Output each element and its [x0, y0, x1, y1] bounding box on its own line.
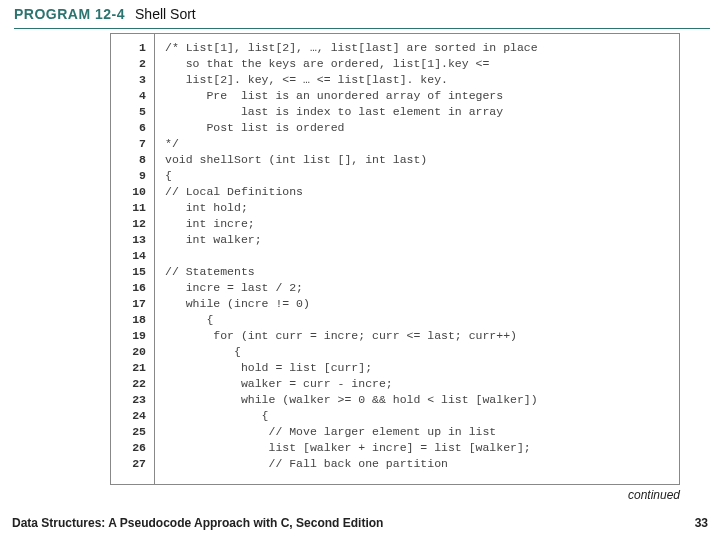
code-line: walker = curr - incre;	[165, 376, 669, 392]
code-line: // Move larger element up in list	[165, 424, 669, 440]
code-line: for (int curr = incre; curr <= last; cur…	[165, 328, 669, 344]
code-line: int walker;	[165, 232, 669, 248]
line-number: 3	[115, 72, 146, 88]
page-footer: Data Structures: A Pseudocode Approach w…	[12, 516, 708, 530]
line-number: 22	[115, 376, 146, 392]
line-number: 17	[115, 296, 146, 312]
line-number: 10	[115, 184, 146, 200]
code-line: // Statements	[165, 264, 669, 280]
line-number: 15	[115, 264, 146, 280]
line-number: 9	[115, 168, 146, 184]
code-line: list [walker + incre] = list [walker];	[165, 440, 669, 456]
code-line: // Fall back one partition	[165, 456, 669, 472]
code-line: {	[165, 312, 669, 328]
code-line: */	[165, 136, 669, 152]
code-line: list[2]. key, <= … <= list[last]. key.	[165, 72, 669, 88]
header-rule	[14, 28, 710, 29]
code-line: incre = last / 2;	[165, 280, 669, 296]
code-line: hold = list [curr];	[165, 360, 669, 376]
code-line: int incre;	[165, 216, 669, 232]
line-number: 25	[115, 424, 146, 440]
line-number: 23	[115, 392, 146, 408]
line-number: 21	[115, 360, 146, 376]
line-number: 24	[115, 408, 146, 424]
code-line: {	[165, 408, 669, 424]
program-header: PROGRAM 12-4 Shell Sort	[0, 0, 720, 26]
line-number: 16	[115, 280, 146, 296]
code-line: Pre list is an unordered array of intege…	[165, 88, 669, 104]
code-line: void shellSort (int list [], int last)	[165, 152, 669, 168]
code-line: while (incre != 0)	[165, 296, 669, 312]
code-line: {	[165, 344, 669, 360]
line-number: 27	[115, 456, 146, 472]
code-line: last is index to last element in array	[165, 104, 669, 120]
code-line	[165, 248, 669, 264]
line-number: 6	[115, 120, 146, 136]
line-number: 14	[115, 248, 146, 264]
code-line: // Local Definitions	[165, 184, 669, 200]
program-title: Shell Sort	[135, 6, 196, 22]
code-line: so that the keys are ordered, list[1].ke…	[165, 56, 669, 72]
code-line: Post list is ordered	[165, 120, 669, 136]
line-number: 26	[115, 440, 146, 456]
line-number: 19	[115, 328, 146, 344]
line-number-gutter: 1234567891011121314151617181920212223242…	[111, 34, 155, 484]
line-number: 13	[115, 232, 146, 248]
line-number: 5	[115, 104, 146, 120]
line-number: 11	[115, 200, 146, 216]
line-number: 12	[115, 216, 146, 232]
code-line: while (walker >= 0 && hold < list [walke…	[165, 392, 669, 408]
line-number: 8	[115, 152, 146, 168]
continued-label: continued	[628, 488, 680, 502]
program-label: PROGRAM 12-4	[14, 6, 125, 22]
code-line: {	[165, 168, 669, 184]
line-number: 7	[115, 136, 146, 152]
code-line: int hold;	[165, 200, 669, 216]
line-number: 18	[115, 312, 146, 328]
footer-book-title: Data Structures: A Pseudocode Approach w…	[12, 516, 383, 530]
code-listing: 1234567891011121314151617181920212223242…	[110, 33, 680, 485]
code-line: /* List[1], list[2], …, list[last] are s…	[165, 40, 669, 56]
code-body: /* List[1], list[2], …, list[last] are s…	[155, 34, 679, 484]
footer-page-number: 33	[695, 516, 708, 530]
line-number: 2	[115, 56, 146, 72]
line-number: 1	[115, 40, 146, 56]
line-number: 20	[115, 344, 146, 360]
line-number: 4	[115, 88, 146, 104]
